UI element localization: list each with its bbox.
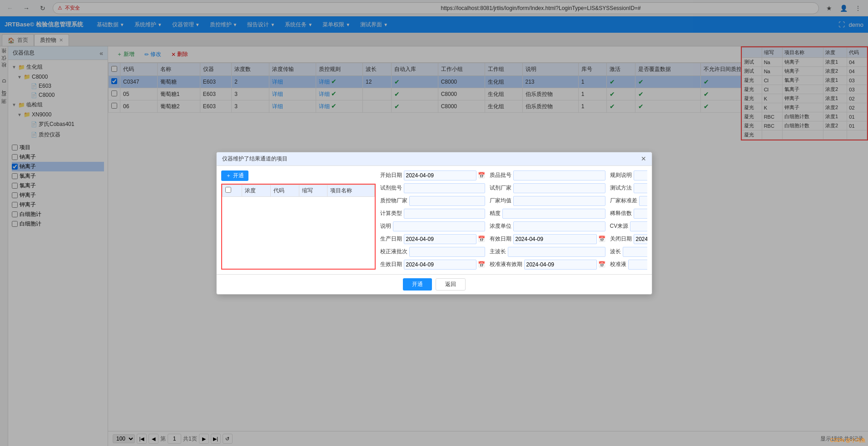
correct-lot-input[interactable] <box>409 247 485 257</box>
modal-table-header: 浓度 代码 缩写 项目名称 <box>222 185 374 196</box>
form-pair-conc-unit: 浓度单位 <box>490 221 605 231</box>
expire-date-input[interactable] <box>513 234 597 244</box>
label-mfr-avg: 厂家均值 <box>490 197 511 205</box>
cal-icon-produce[interactable]: 📅 <box>478 236 485 242</box>
label-mfr-std: 厂家标准差 <box>610 197 637 205</box>
input-start-date: 📅 <box>404 170 485 180</box>
close-date-input[interactable] <box>634 234 647 244</box>
reagent-mfr-input[interactable] <box>513 183 605 193</box>
cv-source-input[interactable] <box>630 221 647 231</box>
input-produce-date: 📅 <box>404 234 485 244</box>
form-pair-main-wavelength: 主波长 <box>490 247 605 257</box>
form-grid-1: 开始日期 📅 质品批号 规则说明 <box>380 170 647 270</box>
modal-select-all[interactable] <box>225 187 231 193</box>
main-wavelength-input[interactable] <box>508 247 605 257</box>
label-produce-date: 生产日期 <box>380 235 402 243</box>
label-dilution: 稀释倍数 <box>610 210 632 217</box>
cal-icon-expire[interactable]: 📅 <box>598 236 605 242</box>
modal-col-name: 项目名称 <box>327 185 374 196</box>
form-pair-test-method: 测试方法 <box>610 183 647 193</box>
calc-type-input[interactable] <box>404 209 485 219</box>
precision-input[interactable] <box>502 209 605 219</box>
reagent-lot-input[interactable] <box>404 183 485 193</box>
label-close-date: 关闭日期 <box>610 235 632 243</box>
modal-back-btn[interactable]: 返回 <box>436 278 466 291</box>
label-reagent-lot: 试剂批号 <box>380 184 402 192</box>
form-pair-bio-date: 生效日期 📅 <box>380 260 485 270</box>
modal-overlay: 仪器维护了结果通道的项目 ✕ ＋ 开通 浓度 代码 <box>0 0 868 446</box>
modal-col-conc: 浓度 <box>242 185 271 196</box>
modal-footer: 开通 返回 <box>217 274 652 294</box>
modal-title: 仪器维护了结果通道的项目 <box>222 155 288 163</box>
cal-icon-start[interactable]: 📅 <box>478 172 485 179</box>
modal-title-bar: 仪器维护了结果通道的项目 ✕ <box>217 152 652 166</box>
label-note: 说明 <box>380 222 391 230</box>
form-pair-wavelength: 波长 <box>610 247 647 257</box>
calib-expire-input[interactable] <box>524 260 597 270</box>
form-pair-calib-expire: 校准液有效期 📅 <box>490 260 605 270</box>
form-pair-note: 说明 <box>380 221 485 231</box>
dilution-input[interactable] <box>634 209 647 219</box>
modal-open-label: 开通 <box>233 172 244 180</box>
qc-lot-input[interactable] <box>513 170 605 180</box>
label-calib-expire: 校准液有效期 <box>490 261 522 268</box>
form-pair-close-date: 关闭日期 📅 <box>610 234 647 244</box>
form-pair-dilution: 稀释倍数 <box>610 209 647 219</box>
modal-close-btn[interactable]: ✕ <box>641 155 646 162</box>
label-cv-source: CV来源 <box>610 222 629 230</box>
modal-open-btn[interactable]: ＋ 开通 <box>221 170 248 181</box>
label-conc-unit: 浓度单位 <box>490 222 511 230</box>
form-pair-calc-type: 计算类型 <box>380 209 485 219</box>
rule-note-input[interactable] <box>634 170 647 180</box>
open-plus-icon: ＋ <box>226 172 231 180</box>
modal-right-pane: 开始日期 📅 质品批号 规则说明 <box>380 170 647 270</box>
form-pair-reagent-lot: 试剂批号 <box>380 183 485 193</box>
bio-date-input[interactable] <box>404 260 476 270</box>
form-pair-correct-lot: 校正液批次 <box>380 247 485 257</box>
cal-icon-calib-expire[interactable]: 📅 <box>598 261 605 268</box>
label-start-date: 开始日期 <box>380 171 402 179</box>
label-correct-lot: 校正液批次 <box>380 248 407 256</box>
form-pair-cv-source: CV来源 <box>610 221 647 231</box>
form-pair-precision: 精度 <box>490 209 605 219</box>
label-calc-type: 计算类型 <box>380 210 402 217</box>
wavelength-input[interactable] <box>623 247 647 257</box>
label-wavelength: 波长 <box>610 248 621 256</box>
qc-mfr-input[interactable] <box>409 196 485 206</box>
note-input[interactable] <box>393 221 485 231</box>
mfr-avg-input[interactable] <box>513 196 605 206</box>
cal-icon-bio[interactable]: 📅 <box>478 261 485 268</box>
input-close-date: 📅 <box>634 234 647 244</box>
label-precision: 精度 <box>490 210 501 217</box>
label-calib-liquid: 校准液 <box>610 261 626 268</box>
label-main-wavelength: 主波长 <box>490 248 506 256</box>
form-pair-qc-mfr: 质控物厂家 <box>380 196 485 206</box>
modal-dialog: 仪器维护了结果通道的项目 ✕ ＋ 开通 浓度 代码 <box>216 152 652 295</box>
mfr-std-input[interactable] <box>639 196 647 206</box>
conc-unit-input[interactable] <box>513 221 605 231</box>
start-date-input[interactable] <box>404 170 476 180</box>
label-rule-note: 规则说明 <box>610 171 632 179</box>
label-qc-mfr: 质控物厂家 <box>380 197 407 205</box>
watermark: CSDN @小乌鱼 <box>830 437 866 444</box>
label-bio-date: 生效日期 <box>380 261 402 268</box>
label-test-method: 测试方法 <box>610 184 632 192</box>
modal-col-abbr: 缩写 <box>299 185 327 196</box>
modal-left-table-container: 浓度 代码 缩写 项目名称 <box>221 184 376 270</box>
modal-open-action-btn[interactable]: 开通 <box>403 278 432 291</box>
form-pair-start-date: 开始日期 📅 <box>380 170 485 180</box>
input-expire-date: 📅 <box>513 234 605 244</box>
produce-date-input[interactable] <box>404 234 476 244</box>
modal-col-code: 代码 <box>271 185 299 196</box>
label-qc-lot: 质品批号 <box>490 171 511 179</box>
test-method-input[interactable] <box>634 183 647 193</box>
form-pair-qc-lot: 质品批号 <box>490 170 605 180</box>
label-reagent-mfr: 试剂厂家 <box>490 184 511 192</box>
form-pair-expire-date: 有效日期 📅 <box>490 234 605 244</box>
modal-left-pane: ＋ 开通 浓度 代码 缩写 项目名称 <box>221 170 376 270</box>
modal-body: ＋ 开通 浓度 代码 缩写 项目名称 <box>217 166 652 274</box>
form-pair-mfr-avg: 厂家均值 <box>490 196 605 206</box>
form-pair-reagent-mfr: 试剂厂家 <box>490 183 605 193</box>
form-pair-produce-date: 生产日期 📅 <box>380 234 485 244</box>
calib-liquid-input[interactable] <box>628 260 647 270</box>
